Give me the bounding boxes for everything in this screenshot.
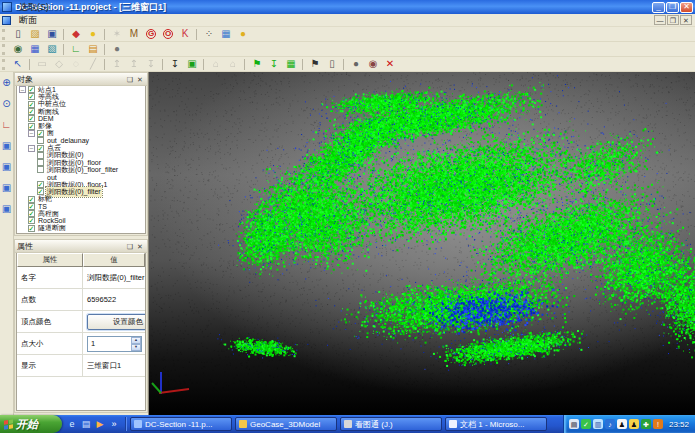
tree-checkbox[interactable]: ✓ (28, 123, 35, 130)
select-cursor-icon[interactable]: ↖ (10, 58, 26, 71)
close-red-icon[interactable]: ✕ (382, 58, 398, 71)
flag-green-icon[interactable]: ⚑ (249, 58, 265, 71)
tree-checkbox[interactable]: ✓ (28, 225, 35, 232)
volume-icon[interactable]: ♪ (605, 419, 615, 429)
qq-penguin2-icon[interactable]: ♟ (629, 419, 639, 429)
ruler-icon[interactable]: ▤ (85, 43, 101, 56)
tree-checkbox[interactable]: ✓ (28, 115, 35, 122)
open-folder-icon[interactable]: ▨ (27, 28, 43, 41)
sphere-delete-icon[interactable]: ◉ (365, 58, 381, 71)
tree-item-7[interactable]: out_delaunay (17, 137, 145, 144)
grid-green-icon[interactable]: ▦ (283, 58, 299, 71)
tree-item-11[interactable]: 浏阳数据(0)_floor_filter (17, 166, 145, 173)
task-image-viewer[interactable]: 看图通 (J.) (340, 417, 442, 431)
sphere-yellow-icon[interactable]: ● (235, 28, 251, 41)
sphere-icon[interactable]: ● (348, 58, 364, 71)
zoom-icon[interactable]: ⊙ (0, 97, 13, 110)
shield-orange-icon[interactable]: ! (653, 419, 663, 429)
delete-icon[interactable]: ▯ (324, 58, 340, 71)
minimize-button[interactable]: _ (652, 2, 665, 13)
window-new-icon[interactable]: ▣ (0, 139, 13, 152)
start-button[interactable]: 开始 (0, 415, 62, 433)
expand-collapse-icon[interactable]: – (28, 130, 35, 137)
mdi-minimize-button[interactable]: — (654, 15, 666, 25)
window-icon[interactable]: ▣ (0, 202, 13, 215)
objects-pin-icon[interactable]: ❏ (125, 74, 135, 84)
green-box-icon[interactable]: ▣ (184, 58, 200, 71)
save-icon[interactable]: ▣ (44, 28, 60, 41)
points-grid-icon[interactable]: ⁘ (201, 28, 217, 41)
tree-checkbox[interactable] (37, 159, 44, 166)
close-button[interactable]: ✕ (680, 2, 693, 13)
media-player-icon[interactable]: ▶ (94, 418, 106, 430)
tree-item-3[interactable]: ✓断面线 (17, 108, 145, 115)
keyboard-icon[interactable]: ▤ (569, 419, 579, 429)
orbit-icon[interactable]: O (160, 28, 176, 41)
task-geocase-folder[interactable]: GeoCase_3DModel (235, 417, 337, 431)
window-tile-icon[interactable]: ▣ (0, 181, 13, 194)
menu-item-4[interactable]: 断面 (13, 14, 55, 27)
green-agent-icon[interactable]: ✓ (581, 419, 591, 429)
point-size-input[interactable]: 1▲▼ (87, 336, 142, 352)
axis-icon[interactable]: ∟ (68, 43, 84, 56)
ie-icon[interactable]: e (66, 418, 78, 430)
expand-collapse-icon[interactable]: – (19, 86, 26, 93)
axis-mode-icon[interactable]: ∟ (0, 118, 13, 131)
tree-checkbox[interactable]: ✓ (37, 181, 44, 188)
set-color-button[interactable]: 设置颜色 (87, 314, 146, 330)
property-row-2: 顶点颜色设置颜色 (17, 311, 145, 333)
annotate-icon[interactable]: ● (85, 28, 101, 41)
task-dc-section[interactable]: DC-Section -11.p... (130, 417, 232, 431)
pushpin-green-icon[interactable]: ↧ (266, 58, 282, 71)
spinner-down-icon[interactable]: ▼ (131, 344, 141, 351)
viewport-3d[interactable] (148, 72, 695, 415)
qq-penguin-icon[interactable]: ♟ (617, 419, 627, 429)
tree-checkbox[interactable]: ✓ (28, 86, 35, 93)
grid-icon[interactable]: ▦ (27, 43, 43, 56)
point-cloud-canvas[interactable] (149, 72, 695, 415)
objects-close-icon[interactable]: ✕ (135, 74, 145, 84)
tree-checkbox[interactable]: ✓ (28, 93, 35, 100)
measure-icon[interactable]: M (126, 28, 142, 41)
geo-icon[interactable]: G (143, 28, 159, 41)
network-icon[interactable]: ▥ (593, 419, 603, 429)
new-file-icon[interactable]: ▯ (10, 28, 26, 41)
sphere-gray-icon[interactable]: ● (109, 43, 125, 56)
image-icon[interactable]: ▧ (44, 43, 60, 56)
menu-item-3[interactable]: 选取(S) (13, 1, 55, 14)
properties-pin-icon[interactable]: ❏ (125, 241, 135, 251)
color-grid-icon[interactable]: ▦ (218, 28, 234, 41)
show-desktop-icon[interactable]: ▤ (80, 418, 92, 430)
tree-checkbox[interactable]: ✓ (28, 101, 35, 108)
tree-checkbox[interactable]: ✓ (28, 210, 35, 217)
pin-icon[interactable]: ↧ (167, 58, 183, 71)
tree-checkbox[interactable]: ✓ (28, 203, 35, 210)
spinner-up-icon[interactable]: ▲ (131, 337, 141, 344)
tree-checkbox[interactable] (37, 137, 44, 144)
tree-checkbox[interactable]: ✓ (37, 130, 44, 137)
tree-item-17[interactable]: ✓高程面 (17, 210, 145, 217)
tree-checkbox[interactable]: ✓ (37, 145, 44, 152)
tree-checkbox[interactable] (37, 166, 44, 173)
task-word-document[interactable]: 文档 1 - Microso... (445, 417, 547, 431)
tree-item-5[interactable]: ✓影像 (17, 122, 145, 129)
import-icon[interactable]: ◆ (68, 28, 84, 41)
mdi-close-button[interactable]: ✕ (680, 15, 692, 25)
tree-item-19[interactable]: ✓隧道断面 (17, 225, 145, 232)
tree-checkbox[interactable] (37, 152, 44, 159)
properties-close-icon[interactable]: ✕ (135, 241, 145, 251)
globe-icon[interactable]: ◉ (10, 43, 26, 56)
zoom-in-icon[interactable]: ⊕ (0, 76, 13, 89)
tree-checkbox[interactable]: ✓ (28, 196, 35, 203)
signature-icon[interactable]: K (177, 28, 193, 41)
tree-checkbox[interactable]: ✓ (28, 108, 35, 115)
restore-button[interactable]: ❐ (666, 2, 679, 13)
mdi-restore-button[interactable]: ❐ (667, 15, 679, 25)
tree-checkbox[interactable]: ✓ (28, 217, 35, 224)
shield-green-icon[interactable]: ✚ (641, 419, 651, 429)
flag-dark-icon[interactable]: ⚑ (307, 58, 323, 71)
quick-launch-chevron-icon[interactable]: » (108, 418, 120, 430)
expand-collapse-icon[interactable]: – (28, 145, 35, 152)
tree-item-6[interactable]: –✓面 (17, 130, 145, 137)
window-cascade-icon[interactable]: ▣ (0, 160, 13, 173)
